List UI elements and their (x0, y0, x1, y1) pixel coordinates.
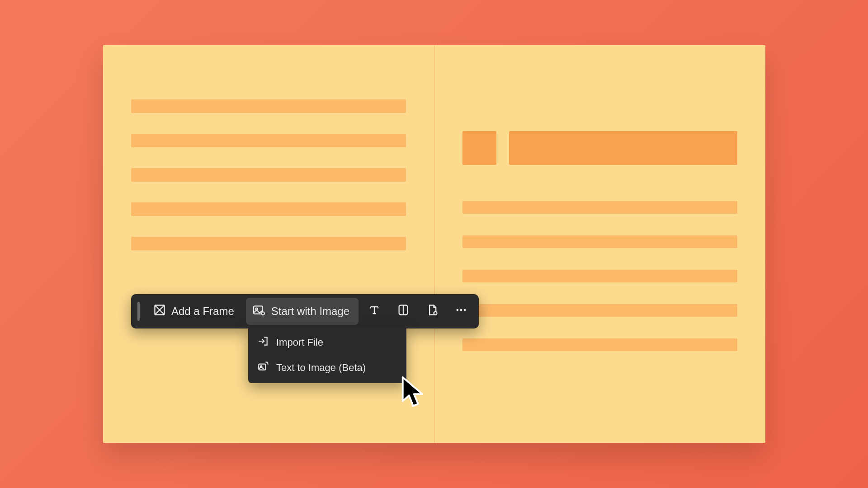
insert-toolbar-wrap: Add a Frame Start with Image (131, 294, 479, 328)
text-placeholder-line (131, 237, 406, 250)
svg-point-13 (457, 309, 459, 311)
text-to-image-label: Text to Image (Beta) (276, 362, 366, 374)
add-frame-button[interactable]: Add a Frame (147, 298, 243, 325)
svg-point-14 (460, 309, 462, 311)
more-options-button[interactable] (448, 298, 474, 325)
text-placeholder-line (131, 202, 406, 216)
import-icon (257, 335, 269, 350)
thumbnail-placeholder (462, 131, 496, 165)
document-canvas (103, 45, 765, 443)
frame-icon (153, 304, 166, 319)
text-placeholder-line (462, 304, 737, 317)
text-placeholder-line (462, 201, 737, 214)
text-to-image-item[interactable]: Text to Image (Beta) (248, 355, 406, 380)
drag-handle[interactable] (137, 302, 140, 321)
image-plus-icon (252, 304, 266, 319)
illustration-card: Add a Frame Start with Image (0, 0, 868, 488)
start-with-image-label: Start with Image (271, 305, 349, 318)
text-placeholder-line (462, 338, 737, 351)
page-left (103, 45, 434, 443)
svg-point-15 (464, 309, 466, 311)
import-file-item[interactable]: Import File (248, 330, 406, 355)
generate-icon (257, 361, 269, 375)
text-placeholder-line (131, 99, 406, 113)
text-placeholder-line (462, 270, 737, 282)
columns-icon (397, 304, 410, 319)
more-icon (455, 304, 467, 319)
table-tool-button[interactable] (390, 298, 416, 325)
text-tool-button[interactable] (361, 298, 387, 325)
add-frame-label: Add a Frame (171, 305, 234, 318)
start-with-image-button[interactable]: Start with Image (246, 298, 359, 325)
start-with-image-dropdown: Import File Text to Image (Beta) (248, 327, 406, 383)
heading-bar (509, 131, 737, 165)
page-right (434, 45, 765, 443)
new-page-button[interactable] (419, 298, 445, 325)
text-placeholder-line (131, 134, 406, 147)
insert-toolbar: Add a Frame Start with Image (131, 294, 479, 328)
heading-row (462, 131, 737, 165)
import-file-label: Import File (276, 337, 323, 348)
text-icon (368, 304, 381, 319)
text-placeholder-line (462, 235, 737, 248)
page-plus-icon (426, 304, 439, 319)
text-placeholder-line (131, 168, 406, 182)
